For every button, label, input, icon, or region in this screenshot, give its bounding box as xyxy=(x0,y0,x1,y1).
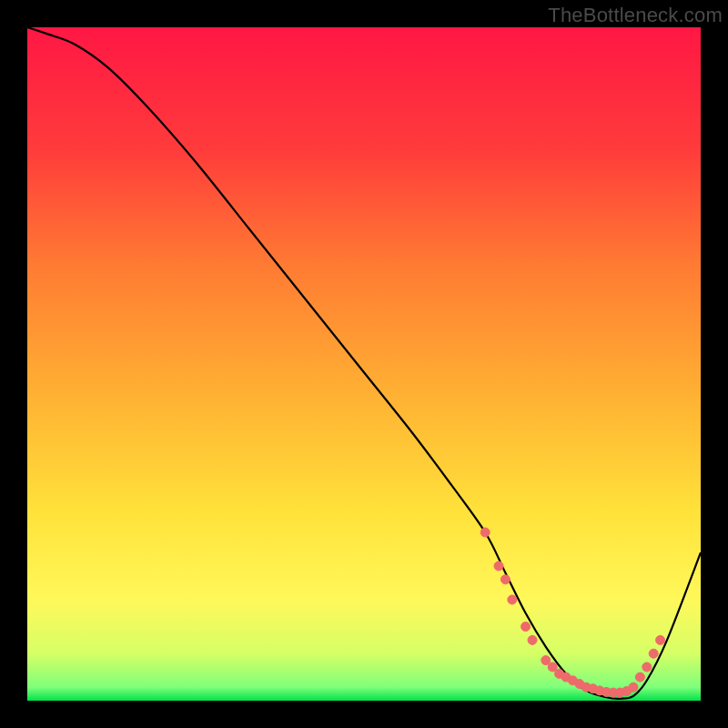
watermark-text: TheBottleneck.com xyxy=(548,4,723,27)
data-dot xyxy=(635,672,644,682)
gradient-background xyxy=(27,27,701,701)
chart-svg xyxy=(27,27,701,701)
data-dot xyxy=(541,656,551,665)
data-dot xyxy=(480,528,490,537)
data-dot xyxy=(642,662,652,672)
data-dot xyxy=(508,595,517,604)
data-dot xyxy=(629,682,638,692)
data-dot xyxy=(649,649,658,658)
chart-container: TheBottleneck.com xyxy=(0,0,728,728)
data-dot xyxy=(500,575,510,584)
data-dot xyxy=(494,561,503,571)
data-dot xyxy=(548,662,557,672)
chart-plot-area xyxy=(27,27,701,701)
data-dot xyxy=(656,635,665,644)
data-dot xyxy=(528,635,537,644)
data-dot xyxy=(521,622,531,632)
